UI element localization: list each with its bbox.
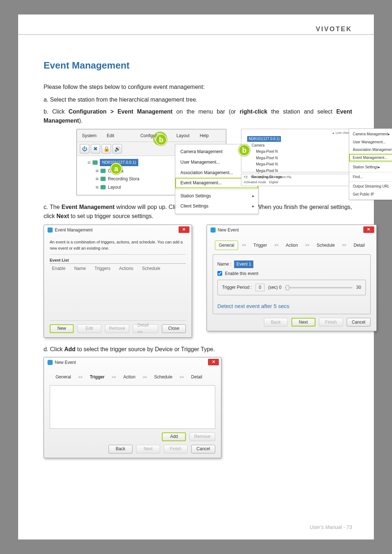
next-button[interactable]: Next [291,318,315,327]
cancel-button[interactable]: Cancel [191,445,215,454]
menu-item-station-settings[interactable]: Station Settings▸ [175,191,258,201]
col-name: Name [74,265,86,272]
ctx-item-stream-url[interactable]: Output Streaming URL [349,182,392,190]
ctx-item-station-settings[interactable]: Station Settings▸ [349,163,392,171]
text: to select the trigger source by Device o… [75,346,215,352]
close-button[interactable]: ✕ [179,226,189,233]
tab-trigger[interactable]: Trigger [86,373,108,382]
ctx-cam1[interactable]: Mega-Pixel N [244,148,350,155]
detail-button[interactable]: Detail >> [133,324,158,333]
new-button[interactable]: New [50,324,74,333]
context-menu: Camera Management▸ User Management... As… [349,128,392,200]
tab-schedule[interactable]: Schedule [313,241,338,250]
power-icon[interactable]: ⏻ [80,144,89,153]
detect-hint: Detect next event after 5 secs [217,302,366,310]
tab-general[interactable]: General [215,241,238,250]
expand-icon[interactable]: ⊞ [96,176,98,182]
trigger-period-slider[interactable] [285,287,352,288]
brand: VIVOTEK [316,25,352,33]
dialog-titlebar: New Event [207,225,376,235]
col-actions: Actions [119,265,133,272]
close-button[interactable]: ✕ [363,226,374,233]
text: ). [79,118,83,124]
step-b: b. Click Configuration > Event Managemen… [44,107,352,126]
new-event-trigger-dialog: New Event ✕ General >> Trigger >> Action… [44,357,221,458]
audio-icon[interactable]: 🔊 [113,144,122,153]
ctx-item-association-management[interactable]: Association Management... [349,146,392,154]
ctx-cam2[interactable]: Mega-Pixel N [244,155,350,161]
footer-label: User's Manual - [310,524,346,530]
ctx-rec[interactable]: Recording Storage [244,174,350,180]
menu-item-client-settings[interactable]: Client Settings▸ [175,201,258,212]
new-event-general-dialog: New Event ✕ General >> Trigger >> Action… [207,225,377,331]
tree-label: Layout [108,184,121,191]
menubar: System Edit Configuration Layout Help [77,130,226,142]
edit-button[interactable]: Edit [77,324,101,333]
text: on the menu bar (or [172,108,240,115]
ctx-cam3[interactable]: Mega-Pixel N [244,161,350,168]
finish-button[interactable]: Finish [319,318,343,327]
lock-icon[interactable]: 🔒 [102,144,111,153]
collapse-icon[interactable]: ⊟ [88,159,90,166]
submenu-arrow-icon: ▸ [388,132,390,136]
ctx-item-event-management[interactable]: Event Management... [349,154,392,162]
menu-help[interactable]: Help [195,130,214,141]
ctx-cam4[interactable]: Mega-Pixel N [244,168,350,174]
add-button[interactable]: Add [162,432,186,441]
intro-text: Please follow the steps below to configu… [44,83,352,92]
bold-text: Event Management [61,204,114,210]
ctx-item-public-ip[interactable]: Get Public IP [349,190,392,198]
bold-text: Configuration > Event Management [69,108,173,115]
slider-max: 30 [356,284,361,291]
col-triggers: Triggers [94,265,110,272]
ctx-item-user-management[interactable]: User Management... [349,138,392,146]
menu-layout[interactable]: Layout [171,130,195,141]
ctx-item-find[interactable]: Find... [349,173,392,181]
ctx-station[interactable]: ND8101(127.0.0.1) [247,136,281,142]
text: c. The [44,204,61,210]
app-icon [211,227,216,233]
close-button[interactable]: ✕ [208,359,219,365]
name-input[interactable]: Event 1 [234,260,253,268]
slider-handle[interactable] [286,285,289,290]
tab-general[interactable]: General [52,373,75,382]
dialog-description: An event is a combination of triggers, a… [50,239,186,251]
trigger-list[interactable] [50,385,215,429]
text: b. Click [44,108,69,115]
tab-action[interactable]: Action [282,241,301,250]
dialog-titlebar: New Event [44,357,221,368]
header-rule [18,34,374,49]
back-button[interactable]: Back [264,318,288,327]
submenu-arrow-icon: ▸ [378,165,380,169]
menu-system[interactable]: System [77,130,102,141]
close-dialog-button[interactable]: Close [162,324,186,333]
menu-edit[interactable]: Edit [102,130,119,141]
tab-detail[interactable]: Detail [350,241,368,250]
tab-detail[interactable]: Detail [188,373,206,382]
ctx-item-camera-management[interactable]: Camera Management▸ [349,130,392,138]
cancel-button[interactable]: Cancel [347,318,371,327]
event-list-label: Event List [50,258,69,262]
folder-icon [101,177,106,181]
bold-text: Add [64,346,75,352]
submenu-arrow-icon: ▸ [252,193,254,200]
ctx-camera[interactable]: Camera [244,142,350,149]
enable-checkbox[interactable] [217,271,222,276]
folder-icon [101,185,106,189]
dialog-title: New Event [218,227,239,234]
expand-icon[interactable]: ⊞ [96,184,98,191]
finish-button[interactable]: Finish [164,445,188,454]
context-menu-figure: ▴Live View ND8101(127.0.0.1) Camera Mega… [241,129,352,186]
expand-icon[interactable]: ⊞ [96,168,98,175]
next-button[interactable]: Next [136,445,160,454]
name-label: Name : [217,261,232,268]
submenu-arrow-icon: ▸ [252,203,254,210]
close-icon[interactable]: ✖ [91,144,100,153]
tree-label: Recording Stora [108,176,139,182]
remove-button[interactable]: Remove [189,432,215,441]
remove-button[interactable]: Remove [105,324,129,333]
back-button[interactable]: Back [109,445,132,454]
tab-action[interactable]: Action [120,373,139,382]
tab-trigger[interactable]: Trigger [250,241,271,250]
tab-schedule[interactable]: Schedule [151,373,176,382]
